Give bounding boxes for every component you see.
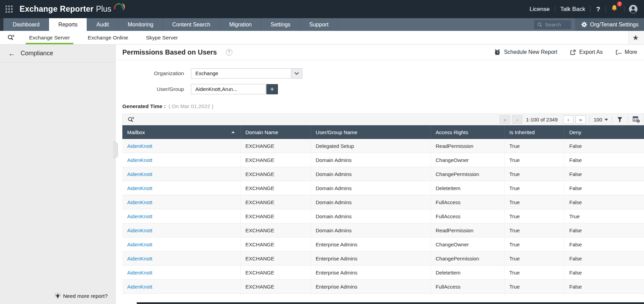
cell-access-rights	[431, 294, 505, 297]
usergroup-input[interactable]: AidenKnott,Arun...	[191, 84, 266, 94]
tab-migration[interactable]: Migration	[220, 18, 262, 31]
mailbox-link[interactable]: AidenKnott	[127, 143, 152, 149]
cell-deny: False	[564, 167, 644, 181]
cell-domain-name: EXCHANGE	[241, 195, 311, 209]
column-header-user-group-name[interactable]: User/Group Name	[311, 125, 431, 139]
cell-user-group-name: Domain Admins	[311, 209, 431, 223]
column-header-deny[interactable]: Deny	[564, 125, 644, 139]
cell-deny: False	[564, 252, 644, 265]
column-header-label: Domain Name	[245, 129, 278, 135]
cell-domain-name: EXCHANGE	[241, 223, 311, 237]
report-help-icon[interactable]: ?	[226, 49, 232, 56]
cell-is-inherited	[505, 294, 564, 297]
schedule-new-report-button[interactable]: Schedule New Report	[494, 49, 557, 56]
cell-domain-name: EXCHANGE	[241, 139, 311, 153]
column-header-is-inherited[interactable]: Is Inherited	[505, 125, 564, 139]
org-tenant-settings-button[interactable]: Org/Tenant Settings	[575, 18, 644, 31]
search-icon	[537, 22, 542, 27]
tab-settings[interactable]: Settings	[261, 18, 300, 31]
column-header-access-rights[interactable]: Access Rights	[431, 125, 505, 139]
column-header-domain-name[interactable]: Domain Name	[241, 125, 311, 139]
cell-deny	[564, 294, 644, 297]
add-remove-columns-button[interactable]	[632, 116, 641, 123]
cell-deny: False	[564, 280, 644, 293]
subtab-exchange-online[interactable]: Exchange Online	[82, 31, 134, 44]
table-row: AidenKnottEXCHANGEDomain AdminsDeleteIte…	[122, 181, 644, 195]
mailbox-link[interactable]: AidenKnott	[127, 185, 152, 191]
product-name-suffix: Plus	[96, 4, 111, 14]
mailbox-link[interactable]: AidenKnott	[127, 213, 152, 219]
need-more-report-link[interactable]: Need more report?	[0, 293, 115, 299]
mailbox-link[interactable]: AidenKnott	[127, 270, 152, 276]
cell-user-group-name: Enterprise Admins	[311, 237, 431, 251]
column-header-mailbox[interactable]: Mailbox	[122, 125, 241, 139]
export-as-button[interactable]: Export As	[570, 49, 603, 56]
tab-support[interactable]: Support	[300, 18, 338, 31]
organization-select[interactable]: Exchange	[191, 68, 302, 79]
cell-deny: False	[564, 139, 644, 153]
cell-is-inherited: True	[505, 266, 564, 279]
more-button[interactable]: More	[615, 49, 637, 56]
tab-reports[interactable]: Reports	[49, 18, 87, 31]
tab-dashboard[interactable]: Dashboard	[3, 18, 49, 31]
generated-time-label: Generated Time :	[122, 103, 166, 109]
mailbox-link[interactable]: AidenKnott	[127, 157, 152, 163]
license-link[interactable]: License	[524, 6, 555, 13]
horizontal-scrollbar[interactable]	[137, 302, 644, 304]
tab-audit[interactable]: Audit	[87, 18, 118, 31]
more-icon	[615, 49, 622, 56]
notifications-bell-icon[interactable]: 2	[606, 4, 624, 14]
add-usergroup-button[interactable]: +	[266, 84, 278, 94]
mailbox-link[interactable]: AidenKnott	[127, 256, 152, 261]
manageengine-swirl-icon	[113, 2, 125, 13]
cell-mailbox: AidenKnott	[122, 195, 241, 209]
cell-mailbox: AidenKnott	[122, 280, 241, 293]
column-header-label: Access Rights	[436, 129, 468, 135]
user-avatar-icon[interactable]	[629, 4, 638, 14]
back-arrow-icon[interactable]: ←	[8, 49, 15, 58]
mailbox-link[interactable]: AidenKnott	[127, 171, 152, 177]
filter-button[interactable]	[616, 117, 624, 122]
generated-time-value: ( On Mar 01,2022 )	[169, 103, 214, 109]
column-header-label: Is Inherited	[509, 129, 535, 135]
table-row: AidenKnottEXCHANGEEnterprise AdminsDelet…	[122, 266, 644, 280]
cell-access-rights: FullAccess	[431, 209, 505, 223]
mailbox-link[interactable]: AidenKnott	[127, 227, 152, 233]
page-size-dropdown[interactable]: 100	[594, 117, 608, 122]
subtab-exchange-server[interactable]: Exchange Server	[24, 31, 75, 44]
previous-page-button[interactable]: ‹	[512, 115, 522, 124]
mailbox-link[interactable]: AidenKnott	[127, 199, 152, 205]
report-search-icon[interactable]	[0, 31, 24, 44]
global-search-input[interactable]: Search	[534, 20, 571, 29]
subtab-skype-server[interactable]: Skype Server	[141, 31, 183, 44]
sidebar-collapse-handle[interactable]	[113, 142, 118, 158]
tab-content-search[interactable]: Content Search	[163, 18, 220, 31]
table-search-icon[interactable]	[126, 116, 135, 123]
main-navigation: Dashboard Reports Audit Monitoring Conte…	[0, 18, 644, 31]
gear-icon	[581, 22, 587, 27]
product-logo: Exchange Reporter Plus	[20, 4, 125, 14]
app-grid-icon[interactable]	[5, 5, 13, 13]
favorite-button[interactable]: ★	[628, 31, 644, 44]
column-header-label: User/Group Name	[316, 129, 357, 135]
next-page-button[interactable]: ›	[563, 115, 573, 124]
cell-access-rights: ReadPermission	[431, 139, 505, 153]
table-row: AidenKnottEXCHANGEDomain AdminsReadPermi…	[122, 223, 644, 237]
first-page-button[interactable]: «	[500, 115, 510, 124]
mailbox-link[interactable]: AidenKnott	[127, 284, 152, 290]
cell-user-group-name: Domain Admins	[311, 153, 431, 167]
help-icon[interactable]: ?	[591, 5, 606, 13]
mailbox-link[interactable]: AidenKnott	[127, 242, 152, 247]
cell-user-group-name: Delegated Setup	[311, 139, 431, 153]
last-page-button[interactable]: »	[575, 115, 586, 124]
cell-domain-name: EXCHANGE	[241, 266, 311, 279]
sidebar-title: Compliance	[21, 50, 53, 57]
talkback-link[interactable]: Talk Back	[555, 6, 591, 13]
cell-is-inherited: True	[505, 252, 564, 265]
tab-monitoring[interactable]: Monitoring	[119, 18, 163, 31]
cell-domain-name: EXCHANGE	[241, 237, 311, 251]
cell-is-inherited: True	[505, 223, 564, 237]
select-caret-button[interactable]	[291, 69, 302, 78]
organization-selected-value: Exchange	[191, 69, 291, 78]
org-tenant-settings-label: Org/Tenant Settings	[590, 22, 639, 28]
